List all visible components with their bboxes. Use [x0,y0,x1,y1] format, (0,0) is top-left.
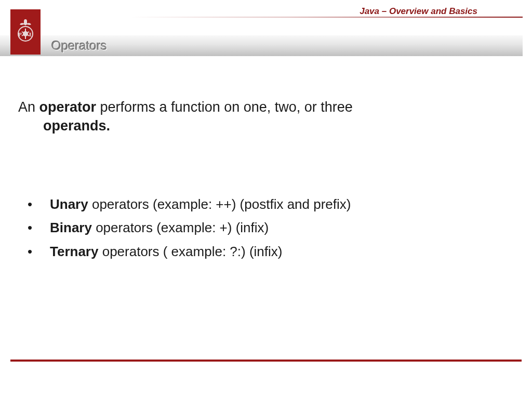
bullet-list: Unary operators (example: ++) (postfix a… [18,193,514,264]
university-logo: P Ł [10,9,41,55]
title-bar: Operators [0,35,523,56]
bullet-bold: Binary [50,220,92,235]
course-title: Java – Overview and Basics [360,6,477,17]
logo-icon: P Ł [15,17,36,47]
svg-text:Ł: Ł [29,31,33,37]
intro-bold-operands: operands. [43,118,110,134]
list-item: Binary operators (example: +) (infix) [28,216,514,240]
slide-title: Operators [51,38,107,53]
intro-pre: An [18,99,39,115]
bullet-rest: operators ( example: ?:) (infix) [98,244,282,259]
slide-content: An operator performs a function on one, … [0,56,532,274]
svg-text:P: P [18,31,22,37]
svg-point-1 [23,31,28,36]
bullet-bold: Ternary [50,244,98,259]
intro-bold-operator: operator [39,99,97,115]
intro-text: An operator performs a function on one, … [18,98,514,136]
intro-mid: performs a function on one, two, or thre… [96,99,353,115]
bullet-rest: operators (example: +) (infix) [92,220,269,235]
header-divider [0,17,523,18]
footer-divider [10,360,522,362]
list-item: Ternary operators ( example: ?:) (infix) [28,240,514,264]
list-item: Unary operators (example: ++) (postfix a… [28,193,514,217]
bullet-rest: operators (example: ++) (postfix and pre… [88,196,351,212]
bullet-bold: Unary [50,196,88,212]
header-area: Java – Overview and Basics Operators P Ł [0,0,532,56]
